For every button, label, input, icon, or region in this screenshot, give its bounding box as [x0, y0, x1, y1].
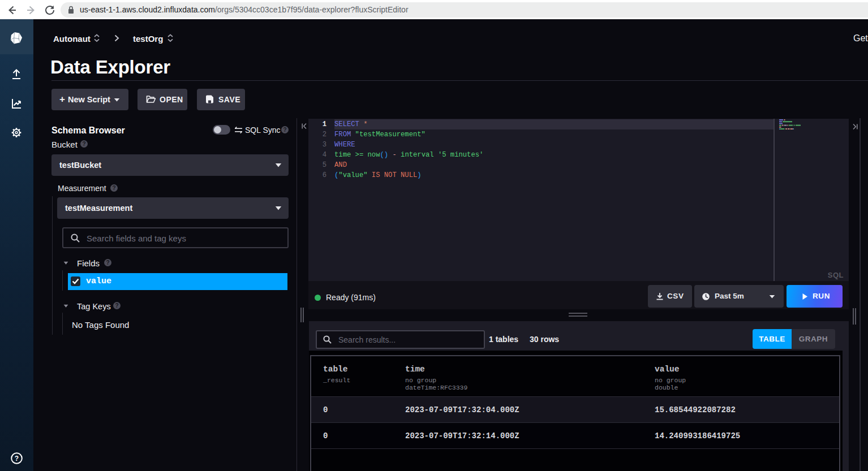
svg-text:?: ?: [15, 455, 19, 463]
